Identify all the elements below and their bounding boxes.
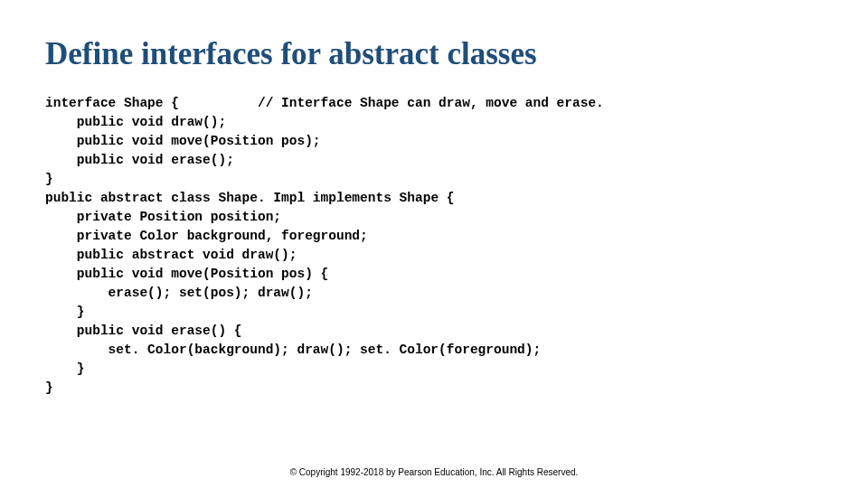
code-l10c: pos) { (281, 267, 328, 281)
code-l16: } (45, 380, 53, 395)
code-l7a: private (45, 210, 139, 224)
code-l6a: public abstract class (45, 191, 218, 205)
code-l4: public void erase(); (45, 153, 234, 167)
code-l2: public void draw(); (45, 115, 226, 129)
code-l7c: position; (211, 210, 281, 224)
code-block: interface Shape { // Interface Shape can… (45, 94, 823, 398)
code-l6c: implements (313, 191, 400, 205)
code-l13: public void erase() { (45, 324, 242, 338)
code-l10b: Position (211, 267, 281, 281)
code-l1c: { // Interface Shape can draw, move and … (171, 96, 604, 110)
code-l12: } (45, 305, 85, 319)
code-l8a: private (45, 229, 139, 243)
code-l14: set. Color(background); draw(); set. Col… (45, 343, 541, 357)
code-l6d: Shape (400, 191, 447, 205)
code-l1b: Shape (124, 96, 171, 110)
slide-title: Define interfaces for abstract classes (45, 36, 823, 72)
code-l3a: public void move( (45, 134, 211, 148)
code-l1a: interface (45, 96, 124, 110)
code-l8b: Color (139, 229, 186, 243)
code-l11: erase(); set(pos); draw(); (45, 286, 313, 300)
code-l15: } (45, 361, 85, 376)
code-l6e: { (447, 191, 455, 205)
code-l5: } (45, 172, 53, 186)
code-l8c: background, foreground; (187, 229, 368, 243)
copyright-footer: © Copyright 1992-2018 by Pearson Educati… (0, 467, 868, 477)
code-l9: public abstract void draw(); (45, 248, 297, 262)
code-l3b: Position (211, 134, 281, 148)
code-l7b: Position (139, 210, 210, 224)
slide: Define interfaces for abstract classes i… (0, 0, 868, 416)
code-l6b: Shape. Impl (218, 191, 312, 205)
code-l10a: public void move( (45, 267, 211, 281)
code-l3c: pos); (281, 134, 321, 148)
